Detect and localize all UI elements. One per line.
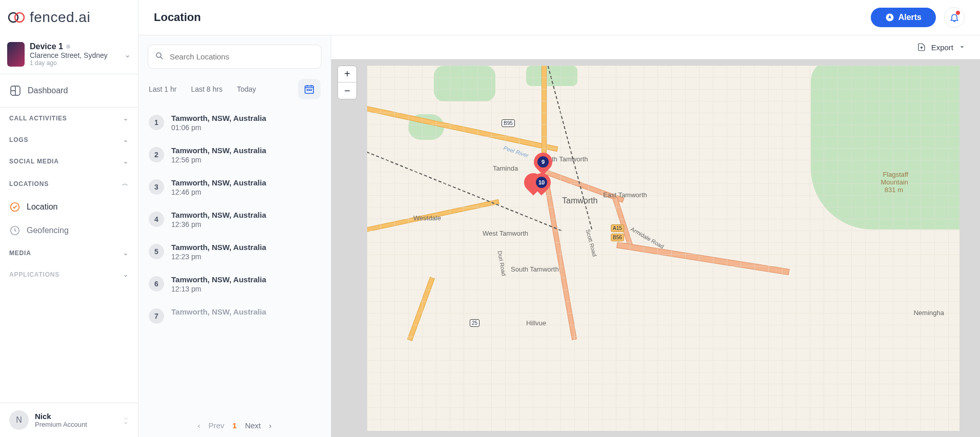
search-input[interactable] — [148, 45, 322, 69]
zoom-control: + − — [337, 66, 357, 99]
location-index: 5 — [149, 244, 164, 259]
section-locations[interactable]: LOCATIONS ︿ — [0, 172, 138, 195]
map-label-east: East Tamworth — [603, 191, 647, 199]
notifications-button[interactable] — [944, 7, 965, 28]
location-time: 12:46 pm — [171, 188, 266, 196]
nav-dashboard[interactable]: Dashboard — [0, 74, 138, 108]
user-plan: Premium Account — [35, 421, 117, 428]
section-call-activities[interactable]: CALL ACTIVITIES ⌄ — [0, 108, 138, 129]
chevron-up-icon: ︿ — [122, 179, 129, 188]
map-label-flag1: Flagstaff — [883, 171, 908, 178]
svg-point-1 — [15, 13, 24, 22]
pager-page[interactable]: 1 — [232, 421, 236, 430]
export-button[interactable]: Export — [917, 43, 966, 52]
sidebar-item-geofencing[interactable]: Geofencing — [0, 219, 138, 242]
calendar-button[interactable] — [298, 79, 321, 99]
pager-next-chevron-icon[interactable]: › — [269, 421, 272, 430]
zoom-in-button[interactable]: + — [338, 66, 356, 82]
map-panel: Export + − — [331, 35, 980, 437]
location-name: Tamworth, NSW, Australia — [171, 114, 266, 122]
chevron-down-icon: ⌄ — [123, 249, 129, 257]
location-name: Tamworth, NSW, Australia — [171, 275, 266, 284]
location-list-item[interactable]: 1Tamworth, NSW, Australia01:06 pm — [144, 107, 326, 139]
device-thumbnail — [7, 42, 25, 67]
locations-list-panel: Last 1 hr Last 8 hrs Today 1Tamworth, NS… — [138, 35, 331, 437]
shield-b56: B56 — [611, 234, 624, 241]
topbar: Location Alerts — [138, 0, 980, 35]
device-name: Device 1 — [30, 42, 63, 51]
location-time: 12:36 pm — [171, 220, 266, 228]
calendar-icon — [304, 84, 315, 95]
location-name: Tamworth, NSW, Australia — [171, 211, 266, 219]
map-label-taminda: Taminda — [493, 164, 518, 172]
svg-point-6 — [156, 53, 161, 57]
pager-prev[interactable]: Prev — [208, 421, 224, 430]
chevron-down-icon: ⌄ — [123, 115, 129, 122]
location-name: Tamworth, NSW, Australia — [171, 146, 266, 155]
location-list-item[interactable]: 7Tamworth, NSW, Australia — [144, 300, 326, 331]
map-label-neminga: Nemingha — [914, 309, 944, 317]
user-account[interactable]: N Nick Premium Account ︿⌄ — [0, 403, 138, 437]
shield-a15: A15 — [611, 224, 624, 232]
location-list-item[interactable]: 3Tamworth, NSW, Australia12:46 pm — [144, 171, 326, 203]
map-canvas[interactable]: + − — [331, 59, 980, 437]
page-title: Location — [154, 11, 201, 24]
status-dot-icon — [66, 45, 70, 49]
brand-text: fenced.ai — [30, 9, 90, 26]
search-icon — [155, 51, 164, 63]
section-media[interactable]: MEDIA ⌄ — [0, 242, 138, 264]
location-name: Tamworth, NSW, Australia — [171, 307, 266, 316]
chevron-down-icon: ⌄ — [123, 271, 129, 278]
map-label-hillvue: Hillvue — [526, 319, 546, 327]
chevron-down-icon: ⌄ — [123, 158, 129, 165]
filter-last-1hr[interactable]: Last 1 hr — [149, 85, 176, 93]
map-label-south: South Tamworth — [511, 265, 559, 273]
notification-dot-icon — [956, 11, 960, 15]
location-name: Tamworth, NSW, Australia — [171, 178, 266, 187]
location-check-icon — [9, 201, 21, 213]
logo-icon — [7, 10, 26, 25]
location-index: 3 — [149, 179, 164, 195]
geofence-icon — [9, 225, 21, 236]
location-index: 6 — [149, 276, 164, 292]
sidebar: fenced.ai Device 1 Clarence Street, Sydn… — [0, 0, 138, 437]
user-name: Nick — [35, 412, 117, 421]
device-last-seen: 1 day ago — [30, 59, 119, 67]
nav-dashboard-label: Dashboard — [28, 86, 68, 95]
avatar: N — [9, 410, 29, 430]
sidebar-item-location[interactable]: Location — [0, 195, 138, 219]
location-list[interactable]: 1Tamworth, NSW, Australia01:06 pm2Tamwor… — [138, 107, 331, 414]
section-logs[interactable]: LOGS ⌄ — [0, 129, 138, 151]
location-index: 7 — [149, 308, 164, 324]
section-applications[interactable]: APPLICATIONS ⌄ — [0, 264, 138, 285]
export-icon — [917, 43, 926, 52]
filter-last-8hrs[interactable]: Last 8 hrs — [191, 85, 222, 93]
location-list-item[interactable]: 5Tamworth, NSW, Australia12:23 pm — [144, 236, 326, 268]
dashboard-icon — [9, 85, 22, 97]
location-index: 2 — [149, 147, 164, 162]
location-time: 12:56 pm — [171, 156, 266, 164]
shield-25: 25 — [470, 319, 479, 327]
alert-circle-icon — [885, 13, 894, 22]
section-social-media[interactable]: SOCIAL MEDIA ⌄ — [0, 151, 138, 172]
device-selector[interactable]: Device 1 Clarence Street, Sydney 1 day a… — [0, 37, 138, 74]
location-list-item[interactable]: 2Tamworth, NSW, Australia12:56 pm — [144, 139, 326, 171]
location-list-item[interactable]: 6Tamworth, NSW, Australia12:13 pm — [144, 268, 326, 300]
pager-prev-chevron-icon[interactable]: ‹ — [197, 421, 200, 430]
svg-point-10 — [311, 90, 312, 91]
logo[interactable]: fenced.ai — [0, 0, 138, 37]
map-label-flag3: 831 m — [885, 186, 903, 194]
map-label-north: th Tamworth — [552, 155, 588, 163]
zoom-out-button[interactable]: − — [338, 82, 356, 99]
filter-today[interactable]: Today — [237, 85, 256, 93]
pager-next[interactable]: Next — [245, 421, 261, 430]
map-label-flag2: Mountain — [881, 178, 908, 186]
chevron-down-icon: ⌄ — [124, 50, 131, 59]
alerts-button[interactable]: Alerts — [871, 8, 936, 27]
location-list-item[interactable]: 4Tamworth, NSW, Australia12:36 pm — [144, 203, 326, 236]
location-index: 1 — [149, 115, 164, 130]
expand-icon: ︿⌄ — [124, 416, 129, 424]
location-name: Tamworth, NSW, Australia — [171, 243, 266, 252]
location-index: 4 — [149, 212, 164, 227]
map-tiles[interactable]: Tamworth th Tamworth East Tamworth West … — [367, 66, 959, 431]
